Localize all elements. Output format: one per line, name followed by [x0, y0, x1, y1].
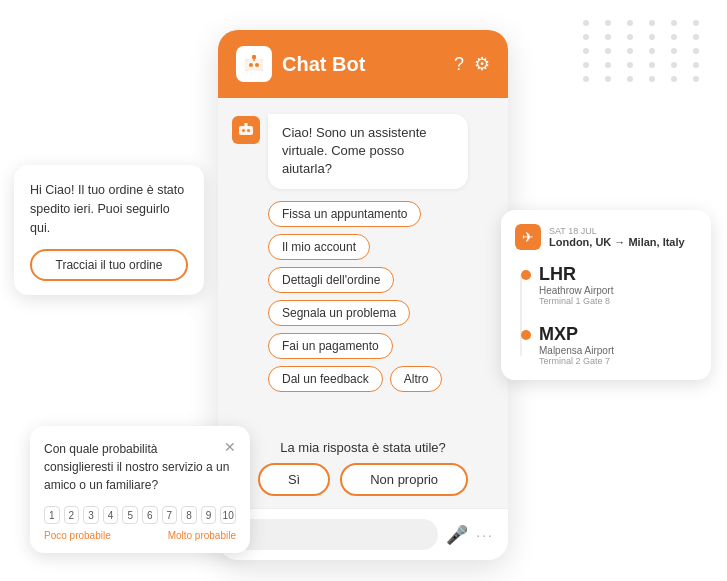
nps-labels: Poco probabile Molto probabile [44, 530, 236, 541]
nps-close-button[interactable]: ✕ [224, 440, 236, 454]
nps-6[interactable]: 6 [142, 506, 158, 524]
flight-stop-mxp: MXP Malpensa Airport Terminal 2 Gate 7 [535, 324, 695, 366]
bot-message-row: Ciao! Sono un assistente virtuale. Come … [232, 114, 494, 189]
nps-card: ✕ Con quale probabilità consiglieresti i… [30, 426, 250, 553]
stop-dot-mxp [521, 330, 531, 340]
svg-point-7 [242, 129, 245, 132]
chat-title: Chat Bot [282, 53, 444, 76]
svg-rect-4 [252, 55, 256, 59]
nps-9[interactable]: 9 [201, 506, 217, 524]
order-card-text: Hi Ciao! Il tuo ordine è stato spedito i… [30, 181, 188, 237]
chip-account[interactable]: Il mio account [268, 234, 370, 260]
feedback-no-button[interactable]: Non proprio [340, 463, 468, 496]
bot-bubble: Ciao! Sono un assistente virtuale. Come … [268, 114, 468, 189]
nps-8[interactable]: 8 [181, 506, 197, 524]
feedback-section: La mia risposta è stata utile? Sì Non pr… [218, 430, 508, 508]
nps-numbers: 1 2 3 4 5 6 7 8 9 10 [44, 506, 236, 524]
feedback-question: La mia risposta è stata utile? [232, 440, 494, 455]
nps-question: Con quale probabilità consiglieresti il … [44, 440, 236, 494]
order-card: Hi Ciao! Il tuo ordine è stato spedito i… [14, 165, 204, 295]
stop-code-mxp: MXP [539, 324, 695, 345]
nps-10[interactable]: 10 [220, 506, 236, 524]
stop-name-mxp: Malpensa Airport [539, 345, 695, 356]
chip-dettagli[interactable]: Dettagli dell'ordine [268, 267, 394, 293]
mic-icon[interactable]: 🎤 [446, 524, 468, 546]
svg-point-2 [249, 63, 253, 67]
settings-icon[interactable]: ⚙ [474, 53, 490, 75]
flight-badge-icon: ✈ [515, 224, 541, 250]
quick-replies: Fissa un appuntamento Il mio account Det… [232, 201, 494, 392]
flight-stops: LHR Heathrow Airport Terminal 1 Gate 8 M… [515, 264, 695, 366]
feedback-yes-button[interactable]: Sì [258, 463, 330, 496]
stop-name-lhr: Heathrow Airport [539, 285, 695, 296]
nps-label-high: Molto probabile [168, 530, 236, 541]
feedback-buttons: Sì Non proprio [232, 463, 494, 496]
nps-label-low: Poco probabile [44, 530, 111, 541]
flight-header: ✈ SAT 18 JUL London, UK → Milan, Italy [515, 224, 695, 250]
stop-terminal-lhr: Terminal 1 Gate 8 [539, 296, 695, 306]
chip-altro[interactable]: Altro [390, 366, 443, 392]
nps-7[interactable]: 7 [162, 506, 178, 524]
nps-1[interactable]: 1 [44, 506, 60, 524]
flight-route: London, UK → Milan, Italy [549, 236, 685, 248]
chip-segnala[interactable]: Segnala un problema [268, 300, 410, 326]
chat-body: Ciao! Sono un assistente virtuale. Come … [218, 98, 508, 430]
chat-header-actions: ? ⚙ [454, 53, 490, 75]
chip-pagamento[interactable]: Fai un pagamento [268, 333, 393, 359]
chat-input[interactable] [232, 519, 438, 550]
nps-3[interactable]: 3 [83, 506, 99, 524]
svg-rect-9 [245, 123, 248, 126]
help-icon[interactable]: ? [454, 54, 464, 75]
chip-feedback[interactable]: Dal un feedback [268, 366, 383, 392]
bot-avatar [232, 116, 260, 144]
chip-fissa[interactable]: Fissa un appuntamento [268, 201, 421, 227]
svg-point-3 [255, 63, 259, 67]
chat-input-bar: 🎤 ··· [218, 508, 508, 560]
chat-bot-icon [236, 46, 272, 82]
chat-window: Chat Bot ? ⚙ Ciao! Sono un assistente vi… [218, 30, 508, 560]
stop-code-lhr: LHR [539, 264, 695, 285]
nps-2[interactable]: 2 [64, 506, 80, 524]
chat-header: Chat Bot ? ⚙ [218, 30, 508, 98]
stop-dot-lhr [521, 270, 531, 280]
track-order-button[interactable]: Tracciai il tuo ordine [30, 249, 188, 281]
flight-card: ✈ SAT 18 JUL London, UK → Milan, Italy L… [501, 210, 711, 380]
flight-date: SAT 18 JUL [549, 226, 685, 236]
stop-terminal-mxp: Terminal 2 Gate 7 [539, 356, 695, 366]
svg-point-8 [247, 129, 250, 132]
dot-grid-decoration [583, 20, 707, 82]
nps-5[interactable]: 5 [122, 506, 138, 524]
nps-4[interactable]: 4 [103, 506, 119, 524]
more-options-icon[interactable]: ··· [476, 527, 494, 543]
flight-stop-lhr: LHR Heathrow Airport Terminal 1 Gate 8 [535, 264, 695, 306]
flight-info: SAT 18 JUL London, UK → Milan, Italy [549, 226, 685, 248]
